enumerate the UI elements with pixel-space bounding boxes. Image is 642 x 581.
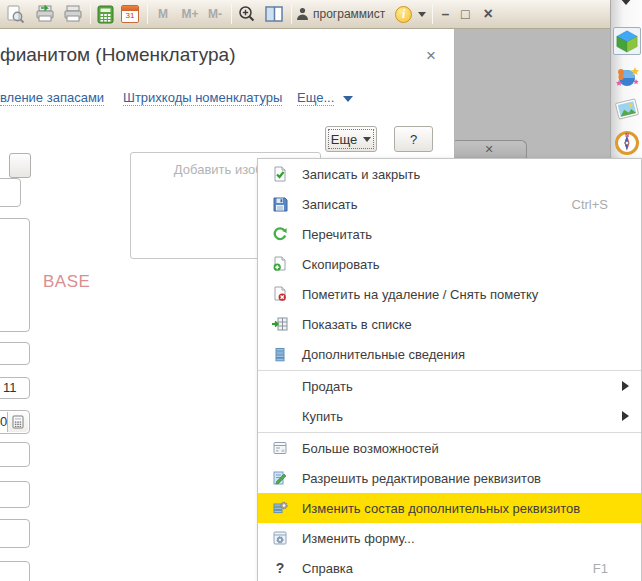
chevron-down-icon (363, 137, 371, 142)
base-watermark-label: BASE (43, 272, 90, 292)
maximize-button[interactable]: □ (455, 6, 475, 22)
zoom-in-icon[interactable] (235, 2, 259, 26)
more-features-icon (272, 440, 288, 456)
memory-m-button[interactable]: M (151, 7, 175, 21)
chevron-down-icon[interactable] (418, 12, 426, 17)
menu-item-buy[interactable]: Купить (258, 401, 641, 431)
menu-item-allow-editing[interactable]: Разрешить редактирование реквизитов (258, 463, 641, 493)
menu-item-copy[interactable]: Скопировать (258, 249, 641, 279)
combo-field[interactable] (0, 178, 21, 207)
print-icon[interactable] (61, 2, 85, 26)
photo-icon[interactable] (613, 95, 641, 123)
menu-item-sell[interactable]: Продать (258, 371, 641, 401)
close-icon[interactable]: ✕ (484, 143, 493, 155)
compass-icon[interactable]: N (613, 128, 641, 156)
user-name-label: программист (313, 7, 385, 21)
calculator-icon[interactable] (93, 2, 117, 26)
people-stars-icon[interactable] (613, 62, 641, 90)
menu-item-change-attributes[interactable]: Изменить состав дополнительных реквизито… (258, 493, 641, 523)
info-icon[interactable]: i (395, 6, 412, 23)
calculator-button[interactable] (7, 412, 28, 432)
more-menu: Записать и закрыть Записать Ctrl+S Переч… (257, 158, 642, 581)
split-view-icon[interactable] (262, 2, 286, 26)
refresh-icon (272, 226, 288, 242)
menu-item-show-in-list[interactable]: Показать в списке (258, 309, 641, 339)
submenu-arrow-icon (622, 411, 629, 421)
toolbar-separator (432, 4, 433, 24)
link-barcodes[interactable]: Штрихкоды номенклатуры (123, 90, 282, 106)
form-field[interactable] (0, 561, 30, 581)
save-and-close-icon (272, 166, 288, 182)
help-button[interactable]: ? (394, 126, 433, 152)
submenu-arrow-icon (622, 381, 629, 391)
change-attributes-icon (272, 500, 288, 516)
form-field[interactable] (0, 342, 30, 365)
menu-item-change-form[interactable]: Изменить форму... (258, 523, 641, 553)
more-button[interactable]: Еще (325, 126, 377, 152)
toolbar-separator (291, 4, 292, 24)
minimize-button[interactable]: – (435, 6, 455, 22)
dialog-title: фианитом (Номенклатура) (0, 44, 235, 66)
code-field[interactable]: 11 (0, 377, 30, 399)
toolbar-separator (90, 4, 91, 24)
user-icon (294, 2, 310, 26)
form-field[interactable] (0, 442, 30, 467)
show-in-list-icon (272, 316, 288, 332)
description-field[interactable] (0, 218, 30, 332)
form-field[interactable] (0, 481, 30, 508)
menu-item-additional-info[interactable]: Дополнительные сведения (258, 339, 641, 369)
menu-item-help[interactable]: ? Справка F1 (258, 553, 641, 581)
screen: N ✕ 31 M M+ M- (0, 0, 642, 581)
menu-item-save-and-close[interactable]: Записать и закрыть (258, 159, 641, 189)
menu-item-more-features[interactable]: Больше возможностей (258, 433, 641, 463)
memory-m-plus-button[interactable]: M+ (178, 7, 202, 21)
allow-editing-icon (272, 470, 288, 486)
help-icon: ? (272, 560, 288, 576)
collapsed-window-tab[interactable]: ✕ (451, 140, 527, 158)
calendar-icon[interactable]: 31 (118, 2, 142, 26)
shortcut-label: F1 (593, 561, 608, 576)
calendar-day-label: 31 (126, 11, 135, 20)
chevron-down-icon[interactable] (343, 96, 353, 102)
form-field[interactable] (0, 519, 30, 548)
menu-item-mark-deletion[interactable]: Пометить на удаление / Снять пометку (258, 279, 641, 309)
print-settings-icon[interactable] (33, 2, 57, 26)
combo-dropdown-button[interactable] (9, 153, 31, 178)
toolbar-separator (231, 4, 232, 24)
change-form-icon (272, 530, 288, 546)
print-preview-icon[interactable] (3, 2, 27, 26)
save-icon (272, 196, 288, 212)
link-inventory-management[interactable]: вление запасами (0, 90, 104, 106)
main-toolbar: 31 M M+ M- программист i – □ × (0, 0, 610, 29)
close-icon[interactable]: × (426, 47, 436, 64)
copy-icon (272, 256, 288, 272)
shortcut-label: Ctrl+S (572, 197, 608, 212)
menu-item-save[interactable]: Записать Ctrl+S (258, 189, 641, 219)
close-button[interactable]: × (478, 5, 498, 23)
toolbar-separator (147, 4, 148, 24)
calculator-icon (12, 415, 24, 429)
1c-cube-icon[interactable] (613, 27, 641, 55)
additional-info-icon (272, 346, 288, 362)
link-more[interactable]: Еще... (297, 90, 334, 106)
chevron-down-icon[interactable] (620, 0, 632, 5)
mark-deletion-icon (272, 286, 288, 302)
memory-m-minus-button[interactable]: M- (203, 7, 227, 21)
price-field[interactable]: 0 (0, 410, 30, 434)
menu-item-reread[interactable]: Перечитать (258, 219, 641, 249)
